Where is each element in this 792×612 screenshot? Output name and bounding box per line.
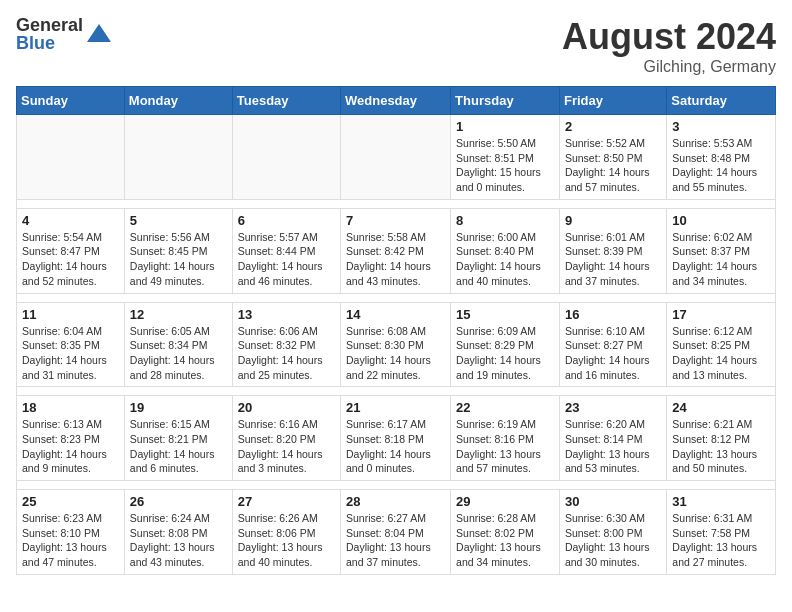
calendar-cell: 12Sunrise: 6:05 AM Sunset: 8:34 PM Dayli…	[124, 302, 232, 387]
day-info: Sunrise: 6:09 AM Sunset: 8:29 PM Dayligh…	[456, 324, 554, 383]
calendar-week-row: 11Sunrise: 6:04 AM Sunset: 8:35 PM Dayli…	[17, 302, 776, 387]
day-info: Sunrise: 6:20 AM Sunset: 8:14 PM Dayligh…	[565, 417, 661, 476]
day-number: 26	[130, 494, 227, 509]
calendar-cell: 11Sunrise: 6:04 AM Sunset: 8:35 PM Dayli…	[17, 302, 125, 387]
calendar-cell: 19Sunrise: 6:15 AM Sunset: 8:21 PM Dayli…	[124, 396, 232, 481]
calendar-cell: 1Sunrise: 5:50 AM Sunset: 8:51 PM Daylig…	[451, 115, 560, 200]
calendar-cell: 31Sunrise: 6:31 AM Sunset: 7:58 PM Dayli…	[667, 490, 776, 575]
day-number: 5	[130, 213, 227, 228]
day-number: 15	[456, 307, 554, 322]
day-info: Sunrise: 6:26 AM Sunset: 8:06 PM Dayligh…	[238, 511, 335, 570]
month-year: August 2024	[562, 16, 776, 58]
day-number: 16	[565, 307, 661, 322]
day-number: 14	[346, 307, 445, 322]
weekday-header-wednesday: Wednesday	[341, 87, 451, 115]
calendar-cell: 18Sunrise: 6:13 AM Sunset: 8:23 PM Dayli…	[17, 396, 125, 481]
calendar-week-row: 25Sunrise: 6:23 AM Sunset: 8:10 PM Dayli…	[17, 490, 776, 575]
week-spacer-row	[17, 293, 776, 302]
day-info: Sunrise: 6:15 AM Sunset: 8:21 PM Dayligh…	[130, 417, 227, 476]
day-info: Sunrise: 6:23 AM Sunset: 8:10 PM Dayligh…	[22, 511, 119, 570]
day-info: Sunrise: 6:17 AM Sunset: 8:18 PM Dayligh…	[346, 417, 445, 476]
week-spacer-row	[17, 199, 776, 208]
calendar-cell: 28Sunrise: 6:27 AM Sunset: 8:04 PM Dayli…	[341, 490, 451, 575]
day-number: 31	[672, 494, 770, 509]
calendar-cell: 30Sunrise: 6:30 AM Sunset: 8:00 PM Dayli…	[559, 490, 666, 575]
day-number: 17	[672, 307, 770, 322]
weekday-header-monday: Monday	[124, 87, 232, 115]
day-number: 29	[456, 494, 554, 509]
weekday-header-sunday: Sunday	[17, 87, 125, 115]
title-block: August 2024 Gilching, Germany	[562, 16, 776, 76]
day-info: Sunrise: 6:00 AM Sunset: 8:40 PM Dayligh…	[456, 230, 554, 289]
weekday-header-row: SundayMondayTuesdayWednesdayThursdayFrid…	[17, 87, 776, 115]
day-info: Sunrise: 6:27 AM Sunset: 8:04 PM Dayligh…	[346, 511, 445, 570]
calendar-cell: 4Sunrise: 5:54 AM Sunset: 8:47 PM Daylig…	[17, 208, 125, 293]
day-number: 30	[565, 494, 661, 509]
page-header: General Blue August 2024 Gilching, Germa…	[16, 16, 776, 76]
calendar-cell: 8Sunrise: 6:00 AM Sunset: 8:40 PM Daylig…	[451, 208, 560, 293]
day-number: 20	[238, 400, 335, 415]
day-info: Sunrise: 5:50 AM Sunset: 8:51 PM Dayligh…	[456, 136, 554, 195]
weekday-header-thursday: Thursday	[451, 87, 560, 115]
calendar-cell: 29Sunrise: 6:28 AM Sunset: 8:02 PM Dayli…	[451, 490, 560, 575]
day-info: Sunrise: 6:21 AM Sunset: 8:12 PM Dayligh…	[672, 417, 770, 476]
day-number: 18	[22, 400, 119, 415]
day-number: 3	[672, 119, 770, 134]
day-number: 9	[565, 213, 661, 228]
day-number: 23	[565, 400, 661, 415]
day-info: Sunrise: 6:31 AM Sunset: 7:58 PM Dayligh…	[672, 511, 770, 570]
calendar-cell: 3Sunrise: 5:53 AM Sunset: 8:48 PM Daylig…	[667, 115, 776, 200]
calendar-cell: 16Sunrise: 6:10 AM Sunset: 8:27 PM Dayli…	[559, 302, 666, 387]
calendar-cell	[341, 115, 451, 200]
calendar-cell: 13Sunrise: 6:06 AM Sunset: 8:32 PM Dayli…	[232, 302, 340, 387]
calendar-week-row: 1Sunrise: 5:50 AM Sunset: 8:51 PM Daylig…	[17, 115, 776, 200]
logo-icon	[85, 20, 113, 48]
day-number: 1	[456, 119, 554, 134]
day-number: 11	[22, 307, 119, 322]
day-info: Sunrise: 5:56 AM Sunset: 8:45 PM Dayligh…	[130, 230, 227, 289]
calendar-cell: 6Sunrise: 5:57 AM Sunset: 8:44 PM Daylig…	[232, 208, 340, 293]
day-info: Sunrise: 6:04 AM Sunset: 8:35 PM Dayligh…	[22, 324, 119, 383]
calendar-cell	[124, 115, 232, 200]
calendar-table: SundayMondayTuesdayWednesdayThursdayFrid…	[16, 86, 776, 575]
calendar-cell: 27Sunrise: 6:26 AM Sunset: 8:06 PM Dayli…	[232, 490, 340, 575]
calendar-cell: 22Sunrise: 6:19 AM Sunset: 8:16 PM Dayli…	[451, 396, 560, 481]
weekday-header-saturday: Saturday	[667, 87, 776, 115]
day-number: 7	[346, 213, 445, 228]
day-number: 25	[22, 494, 119, 509]
day-info: Sunrise: 6:24 AM Sunset: 8:08 PM Dayligh…	[130, 511, 227, 570]
day-number: 19	[130, 400, 227, 415]
weekday-header-friday: Friday	[559, 87, 666, 115]
day-number: 27	[238, 494, 335, 509]
logo-general-text: General	[16, 16, 83, 34]
logo: General Blue	[16, 16, 113, 52]
day-number: 4	[22, 213, 119, 228]
calendar-cell: 24Sunrise: 6:21 AM Sunset: 8:12 PM Dayli…	[667, 396, 776, 481]
day-number: 12	[130, 307, 227, 322]
day-info: Sunrise: 6:06 AM Sunset: 8:32 PM Dayligh…	[238, 324, 335, 383]
day-info: Sunrise: 6:05 AM Sunset: 8:34 PM Dayligh…	[130, 324, 227, 383]
location: Gilching, Germany	[562, 58, 776, 76]
week-spacer-row	[17, 481, 776, 490]
calendar-cell	[17, 115, 125, 200]
day-info: Sunrise: 5:57 AM Sunset: 8:44 PM Dayligh…	[238, 230, 335, 289]
day-info: Sunrise: 6:13 AM Sunset: 8:23 PM Dayligh…	[22, 417, 119, 476]
day-info: Sunrise: 6:02 AM Sunset: 8:37 PM Dayligh…	[672, 230, 770, 289]
logo-blue-text: Blue	[16, 34, 83, 52]
day-info: Sunrise: 6:16 AM Sunset: 8:20 PM Dayligh…	[238, 417, 335, 476]
day-number: 8	[456, 213, 554, 228]
day-number: 6	[238, 213, 335, 228]
calendar-cell: 2Sunrise: 5:52 AM Sunset: 8:50 PM Daylig…	[559, 115, 666, 200]
weekday-header-tuesday: Tuesday	[232, 87, 340, 115]
calendar-cell: 25Sunrise: 6:23 AM Sunset: 8:10 PM Dayli…	[17, 490, 125, 575]
calendar-cell: 17Sunrise: 6:12 AM Sunset: 8:25 PM Dayli…	[667, 302, 776, 387]
day-info: Sunrise: 6:28 AM Sunset: 8:02 PM Dayligh…	[456, 511, 554, 570]
svg-marker-0	[87, 24, 111, 42]
calendar-week-row: 4Sunrise: 5:54 AM Sunset: 8:47 PM Daylig…	[17, 208, 776, 293]
week-spacer-row	[17, 387, 776, 396]
day-info: Sunrise: 6:30 AM Sunset: 8:00 PM Dayligh…	[565, 511, 661, 570]
day-info: Sunrise: 6:19 AM Sunset: 8:16 PM Dayligh…	[456, 417, 554, 476]
calendar-cell: 20Sunrise: 6:16 AM Sunset: 8:20 PM Dayli…	[232, 396, 340, 481]
calendar-cell: 9Sunrise: 6:01 AM Sunset: 8:39 PM Daylig…	[559, 208, 666, 293]
day-number: 13	[238, 307, 335, 322]
